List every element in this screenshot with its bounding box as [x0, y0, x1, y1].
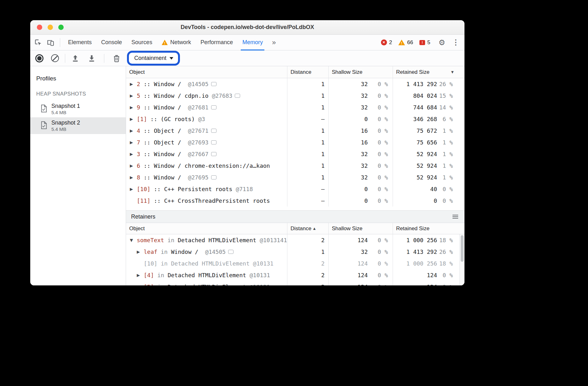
- collapse-arrow-icon[interactable]: ▼: [130, 238, 137, 243]
- table-row[interactable]: ▶3 :: Window / @27667 1 320 % 52 9241 %: [126, 148, 464, 160]
- table-row[interactable]: ▶[10] :: C++ Persistent roots @7118 – 00…: [126, 183, 464, 195]
- object-label: :: Window / cdpn.io: [140, 92, 212, 99]
- expand-arrow-icon[interactable]: ▶: [130, 152, 137, 156]
- distance-value: 2: [321, 272, 325, 278]
- retainers-row-dimmed[interactable]: [10] in Detached HTMLDivElement @10131 2…: [126, 258, 464, 269]
- reveal-icon[interactable]: [211, 152, 216, 156]
- distance-value: 2: [321, 237, 325, 243]
- tab-elements[interactable]: Elements: [63, 35, 96, 50]
- hamburger-menu-icon[interactable]: [453, 215, 458, 219]
- tab-console[interactable]: Console: [96, 35, 127, 50]
- shallow-percent: 0 %: [368, 162, 388, 169]
- column-header-object[interactable]: Object: [126, 66, 287, 78]
- object-label: Detached HTMLDivElement: [171, 260, 253, 267]
- object-cell: ▶7 :: Object / @27693: [126, 137, 287, 148]
- retainers-row[interactable]: ▼someText in Detached HTMLDivElement @10…: [126, 234, 464, 246]
- table-row[interactable]: ▶9 :: Window / @27681 1 320 % 744 68414 …: [126, 102, 464, 113]
- expand-arrow-icon[interactable]: ▶: [130, 105, 137, 110]
- column-header-distance[interactable]: Distance ▲: [287, 223, 329, 234]
- object-cell: [11] :: C++ CrossThreadPersistent roots: [126, 195, 287, 207]
- table-row[interactable]: ▶4 :: Object / @27671 1 160 % 75 6721 %: [126, 125, 464, 137]
- expand-arrow-icon[interactable]: ▶: [130, 163, 137, 168]
- object-id: @27693: [188, 139, 209, 146]
- object-label: :: C++ Persistent roots: [150, 186, 236, 192]
- retainers-row-partial[interactable]: ▶[5] in Detached HTMLDivElement @10131 2…: [126, 281, 464, 285]
- reveal-icon[interactable]: [228, 250, 233, 254]
- column-header-shallow-size[interactable]: Shallow Size: [329, 223, 393, 234]
- distance-cell: 2: [287, 281, 329, 285]
- retainers-row[interactable]: ▶leaf in Window / @14505 1 320 % 1 413 2…: [126, 246, 464, 258]
- object-label: :: Window / chrome-extension://a…kaon: [140, 162, 270, 169]
- expand-arrow-icon[interactable]: ▶: [137, 249, 144, 254]
- expand-arrow-icon[interactable]: ▶: [130, 93, 137, 98]
- edge-name: 8: [137, 174, 140, 181]
- table-row[interactable]: ▶5 :: Window / cdpn.io @27683 1 320 % 80…: [126, 90, 464, 102]
- shallow-value: 124: [357, 272, 368, 278]
- expand-arrow-icon[interactable]: ▶: [130, 140, 137, 145]
- column-header-distance[interactable]: Distance: [287, 66, 329, 78]
- clear-profiles-button[interactable]: [51, 54, 59, 62]
- table-row[interactable]: ▶2 :: Window / @14505 1 320 % 1 413 2922…: [126, 78, 464, 90]
- reveal-icon[interactable]: [211, 140, 216, 144]
- tab-network[interactable]: Network: [157, 35, 196, 50]
- object-label: :: Window /: [140, 151, 188, 157]
- column-header-shallow-size[interactable]: Shallow Size: [329, 66, 393, 78]
- expand-arrow-icon[interactable]: ▶: [137, 284, 144, 285]
- record-heap-snapshot-button[interactable]: [35, 54, 43, 62]
- expand-arrow-icon[interactable]: ▶: [130, 175, 137, 180]
- error-badge[interactable]: 2: [381, 39, 392, 46]
- retained-size-cell: 1 000 25618 %: [393, 234, 464, 246]
- table-row[interactable]: ▶[1] :: (GC roots) @3 – 00 % 346 2686 %: [126, 113, 464, 125]
- column-header-retained-size[interactable]: Retained Size ▼: [393, 66, 464, 78]
- inspect-element-icon[interactable]: [34, 38, 42, 47]
- object-cell: ▶3 :: Window / @27667: [126, 148, 287, 160]
- warning-badge[interactable]: 66: [398, 39, 413, 46]
- zoom-window-button[interactable]: [58, 25, 64, 30]
- table-row[interactable]: [11] :: C++ CrossThreadPersistent roots …: [126, 195, 464, 207]
- retained-size-cell: 1240 %: [393, 269, 464, 281]
- device-toolbar-icon[interactable]: [46, 38, 55, 47]
- reveal-icon[interactable]: [211, 129, 216, 133]
- column-header-object[interactable]: Object: [126, 223, 287, 234]
- table-row[interactable]: ▶6 :: Window / chrome-extension://a…kaon…: [126, 160, 464, 172]
- scrollbar-thumb[interactable]: [461, 235, 464, 262]
- reveal-icon[interactable]: [211, 105, 216, 109]
- close-window-button[interactable]: [37, 25, 42, 30]
- distance-value: 2: [321, 284, 325, 285]
- tab-sources[interactable]: Sources: [127, 35, 157, 50]
- object-id: @27681: [188, 104, 209, 111]
- column-header-retained-size[interactable]: Retained Size: [393, 223, 464, 234]
- table-row[interactable]: ▶7 :: Object / @27693 1 160 % 75 6561 %: [126, 137, 464, 148]
- retainers-row[interactable]: ▶[4] in Detached HTMLDivElement @10131 2…: [126, 269, 464, 281]
- settings-gear-icon[interactable]: ⚙: [438, 39, 445, 46]
- shallow-value: 32: [361, 151, 368, 157]
- object-label: :: Object /: [140, 139, 188, 146]
- object-id: @10131: [253, 260, 274, 267]
- view-mode-dropdown[interactable]: Containment: [127, 51, 180, 66]
- retained-percent: 0 %: [437, 197, 453, 204]
- reveal-icon[interactable]: [211, 82, 216, 86]
- shallow-value: 32: [361, 92, 368, 99]
- more-tabs-icon[interactable]: »: [269, 38, 278, 47]
- snapshot-item-2[interactable]: Snapshot 2 5.4 MB: [30, 117, 126, 134]
- tab-performance[interactable]: Performance: [196, 35, 238, 50]
- issues-badge[interactable]: 5: [419, 39, 430, 46]
- expand-arrow-icon[interactable]: ▶: [130, 128, 137, 133]
- reveal-icon[interactable]: [235, 94, 240, 98]
- tab-memory[interactable]: Memory: [238, 35, 268, 50]
- shallow-percent: 0 %: [368, 237, 388, 243]
- snapshot-item-1[interactable]: Snapshot 1 5.4 MB: [30, 101, 126, 117]
- expand-arrow-icon[interactable]: ▶: [130, 82, 137, 86]
- expand-arrow-icon[interactable]: ▶: [137, 273, 144, 278]
- kebab-menu-icon[interactable]: ⋮: [452, 39, 459, 46]
- table-row[interactable]: ▶8 :: Window / @27695 1 320 % 52 9241 %: [126, 172, 464, 183]
- expand-arrow-icon[interactable]: ▶: [130, 187, 137, 191]
- collect-garbage-icon[interactable]: [112, 54, 121, 62]
- reveal-icon[interactable]: [211, 175, 216, 179]
- distance-cell: 1: [287, 246, 329, 258]
- expand-arrow-icon[interactable]: ▶: [130, 117, 137, 121]
- load-profile-icon[interactable]: [71, 54, 79, 62]
- save-profile-icon[interactable]: [88, 54, 96, 62]
- minimize-window-button[interactable]: [48, 25, 53, 30]
- retainers-scrollbar[interactable]: [459, 234, 464, 285]
